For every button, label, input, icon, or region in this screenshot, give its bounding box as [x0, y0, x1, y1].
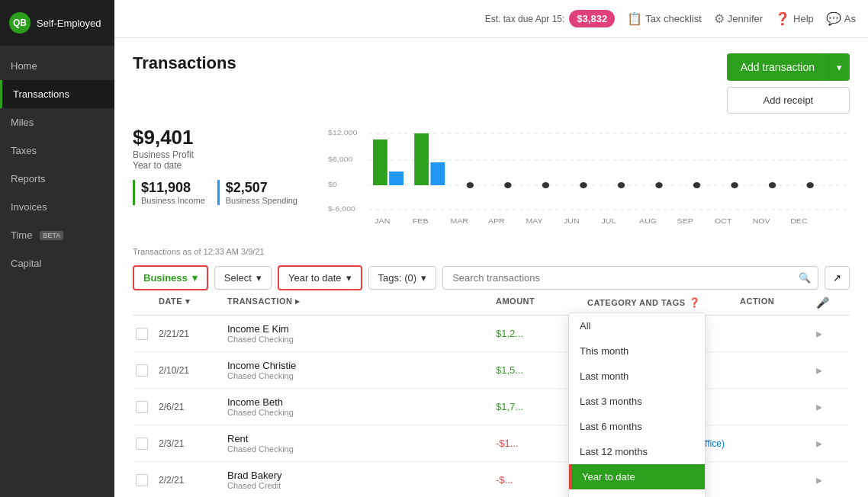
date-header[interactable]: DATE ▾: [159, 297, 227, 309]
table-row[interactable]: 2/6/21 Income Beth Chased Checking $1,7.…: [133, 389, 850, 425]
chevron-down-icon: ▾: [346, 272, 352, 284]
svg-point-17: [655, 182, 662, 188]
sidebar-item-capital[interactable]: Capital: [0, 249, 114, 277]
app-name: Self-Employed: [37, 18, 101, 29]
dropdown-item-last-3-months[interactable]: Last 3 months: [569, 389, 705, 414]
row-transaction: Income Christie Chased Checking: [227, 360, 496, 380]
chat-btn[interactable]: 💬 As: [826, 11, 856, 26]
period-filter-label: Year to date: [288, 272, 342, 284]
search-input[interactable]: [442, 266, 818, 290]
dropdown-item-last-year[interactable]: Last year: [569, 489, 705, 497]
row-expand-btn[interactable]: ▸: [816, 399, 847, 414]
tax-checklist-btn[interactable]: 📋 Tax checklist: [627, 11, 702, 26]
row-expand-btn[interactable]: ▸: [816, 326, 847, 341]
chat-icon: 💬: [826, 11, 841, 26]
chat-label: As: [844, 13, 856, 24]
row-checkbox[interactable]: [136, 328, 148, 340]
income-amount: $11,908: [141, 180, 205, 196]
select-filter-btn[interactable]: Select ▾: [214, 266, 272, 290]
svg-text:DEC: DEC: [790, 217, 807, 225]
sidebar-item-label: Capital: [11, 258, 41, 269]
filters-row: Business ▾ Select ▾ Year to date ▾ Tags:…: [133, 265, 850, 290]
table-row[interactable]: 2/2/21 Brad Bakery Chased Credit -$... 0…: [133, 462, 850, 497]
dropdown-item-this-month[interactable]: This month: [569, 338, 705, 364]
sidebar-item-invoices[interactable]: Invoices: [0, 193, 114, 221]
table-row[interactable]: 2/3/21 Rent Chased Checking -$1... 0◇ | …: [133, 425, 850, 462]
dropdown-item-last-month[interactable]: Last month: [569, 364, 705, 389]
row-expand-btn[interactable]: ▸: [816, 473, 847, 487]
svg-point-15: [580, 182, 587, 188]
checklist-icon: 📋: [627, 11, 642, 26]
table-row[interactable]: 2/10/21 Income Christie Chased Checking …: [133, 352, 850, 389]
sidebar-item-home[interactable]: Home: [0, 52, 114, 80]
chevron-down-icon: ▾: [837, 62, 842, 73]
mic-icon: 🎤: [816, 297, 847, 309]
search-icon: 🔍: [799, 272, 811, 284]
spending-amount: $2,507: [226, 180, 297, 196]
profit-block: $9,401 Business Profit Year to date $11,…: [133, 126, 297, 205]
dropdown-item-last-12-months[interactable]: Last 12 months: [569, 439, 705, 464]
chevron-down-icon: ▾: [192, 272, 198, 284]
row-expand-btn[interactable]: ▸: [816, 436, 847, 451]
sidebar-item-transactions[interactable]: Transactions: [0, 80, 114, 108]
timestamp: Transactions as of 12:33 AM 3/9/21: [133, 247, 850, 256]
svg-text:$0: $0: [328, 181, 337, 188]
dropdown-item-last-6-months[interactable]: Last 6 months: [569, 414, 705, 439]
category-header: CATEGORY AND TAGS ❓: [587, 297, 740, 309]
spending-block: $2,507 Business Spending: [217, 180, 297, 205]
add-receipt-button[interactable]: Add receipt: [727, 87, 850, 114]
sidebar-item-reports[interactable]: Reports: [0, 165, 114, 193]
svg-point-16: [618, 182, 625, 188]
export-button[interactable]: ↗: [825, 266, 850, 290]
svg-text:JAN: JAN: [375, 217, 390, 225]
tax-amount[interactable]: $3,832: [569, 10, 615, 27]
dropdown-item-year-to-date[interactable]: Year to date: [569, 464, 705, 489]
period-filter-btn[interactable]: Year to date ▾: [278, 265, 362, 290]
svg-text:$6,000: $6,000: [328, 156, 353, 163]
sidebar-item-miles[interactable]: Miles: [0, 108, 114, 136]
transaction-header[interactable]: TRANSACTION ▸: [227, 297, 496, 309]
row-checkbox[interactable]: [136, 401, 148, 413]
sidebar-item-taxes[interactable]: Taxes: [0, 136, 114, 165]
row-expand-btn[interactable]: ▸: [816, 363, 847, 377]
user-menu[interactable]: ⚙ Jennifer: [714, 11, 763, 26]
svg-point-21: [806, 182, 813, 188]
svg-rect-8: [373, 139, 387, 185]
row-checkbox[interactable]: [136, 438, 148, 450]
svg-point-18: [693, 182, 700, 188]
topbar: Est. tax due Apr 15: $3,832 📋 Tax checkl…: [114, 0, 868, 38]
period-dropdown: All This month Last month Last 3 months …: [568, 313, 706, 497]
income-block: $11,908 Business Income: [133, 180, 205, 205]
svg-text:$-6,000: $-6,000: [328, 205, 356, 213]
row-checkbox[interactable]: [136, 364, 148, 377]
svg-text:$12,000: $12,000: [328, 129, 358, 136]
summary-section: $9,401 Business Profit Year to date $11,…: [133, 126, 850, 235]
business-filter-btn[interactable]: Business ▾: [133, 265, 208, 290]
row-transaction: Income Beth Chased Checking: [227, 396, 496, 417]
add-transaction-dropdown-button[interactable]: ▾: [828, 53, 850, 81]
profit-amount: $9,401: [133, 126, 297, 149]
income-label: Business Income: [141, 196, 205, 205]
sidebar-item-time[interactable]: Time BETA: [0, 221, 114, 249]
help-icon: ❓: [689, 297, 701, 308]
svg-text:JUN: JUN: [564, 217, 580, 225]
row-checkbox[interactable]: [136, 474, 148, 486]
help-btn[interactable]: ❓ Help: [775, 11, 814, 26]
row-date: 2/10/21: [159, 365, 227, 376]
business-filter-label: Business: [143, 272, 188, 284]
tags-filter-btn[interactable]: Tags: (0) ▾: [368, 266, 437, 290]
transactions-table: DATE ▾ TRANSACTION ▸ AMOUNT CATEGORY AND…: [133, 290, 850, 497]
page-content: Transactions Add transaction ▾ Add recei…: [114, 38, 868, 497]
action-header: ACTION: [740, 297, 816, 309]
svg-point-12: [467, 182, 474, 188]
user-name: Jennifer: [728, 13, 763, 24]
select-filter-label: Select: [224, 272, 252, 284]
svg-text:JUL: JUL: [601, 217, 616, 225]
sidebar-item-label: Transactions: [13, 88, 69, 100]
sidebar-item-label: Taxes: [11, 145, 37, 156]
table-row[interactable]: 2/21/21 Income E Kim Chased Checking $1,…: [133, 316, 850, 352]
row-date: 2/2/21: [159, 475, 227, 486]
add-transaction-button[interactable]: Add transaction: [727, 53, 828, 81]
row-date: 2/6/21: [159, 402, 227, 412]
dropdown-item-all[interactable]: All: [569, 313, 705, 338]
